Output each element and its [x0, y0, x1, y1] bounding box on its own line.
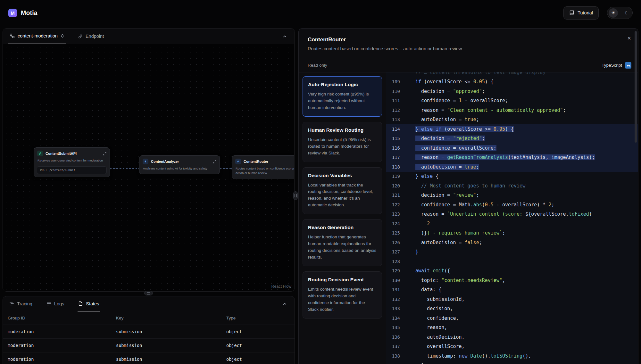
tab-logs[interactable]: Logs [46, 296, 64, 311]
code-line-110[interactable]: 110 decision = "approved"; [386, 87, 638, 96]
code-line-130[interactable]: 130 topic: "content.needsReview", [386, 276, 638, 285]
tab-states[interactable]: States [78, 296, 99, 311]
code-line-131[interactable]: 131 data: { [386, 285, 638, 295]
line-number: 129 [386, 268, 400, 273]
code-editor[interactable]: // … content thresholds to test image di… [386, 72, 638, 364]
line-number: 111 [386, 98, 400, 103]
expand-icon[interactable] [103, 152, 106, 155]
collapse-bottom-panel-button[interactable] [279, 299, 290, 309]
line-number: 139 [386, 363, 400, 364]
flow-node-ContentSubmitAPI[interactable]: ContentSubmitAPIReceives user-generated … [34, 147, 110, 177]
code-line-124[interactable]: 124 2 [386, 219, 638, 228]
theme-toggle[interactable]: ☀ ☾ [607, 7, 633, 19]
detail-panel: ContentRouter Routes content based on co… [298, 28, 638, 364]
code-line-128[interactable]: 128 [386, 257, 638, 266]
language-indicator: TypeScript TS [602, 62, 631, 69]
flow-selector[interactable]: content-moderation [8, 29, 66, 44]
http-method: POST [40, 169, 47, 172]
bottom-panel-tabs: TracingLogsStates [3, 296, 295, 311]
flow-node-ContentAnalyzer[interactable]: ContentAnalyzerAnalyzes content using AI… [139, 155, 220, 174]
section-title: Human Review Routing [308, 127, 377, 133]
code-line-123[interactable]: 123 reason = `Uncertain content (score: … [386, 210, 638, 219]
states-table-row[interactable]: moderationsubmissionobject [3, 325, 295, 339]
section-description: Uncertain content (5-95% risk) is routed… [308, 136, 377, 157]
code-line-125[interactable]: 125 )}) - requires human review`; [386, 228, 638, 238]
book-icon [569, 10, 574, 15]
tab-endpoint[interactable]: Endpoint [78, 34, 104, 39]
code-line-133[interactable]: 133 decision, [386, 304, 638, 314]
scrollbar-thumb[interactable] [635, 31, 637, 143]
vertical-resize-handle[interactable] [293, 191, 298, 200]
code-line-121[interactable]: 121 decision = "review"; [386, 191, 638, 200]
code-line-117[interactable]: 117 reason = getReasonFromAnalysis(textA… [386, 153, 638, 162]
section-card-routing-decision-event[interactable]: Routing Decision EventEmits content.need… [303, 271, 382, 318]
states-icon [78, 301, 83, 306]
line-number: 117 [386, 155, 400, 160]
states-table-body: moderationsubmissionobjectmoderationsubm… [3, 325, 295, 364]
states-table-header: Group IDKeyType [3, 311, 295, 325]
code-line-138[interactable]: 138 timestamp: new Date().toISOString(), [386, 351, 638, 361]
section-title: Reason Generation [308, 225, 377, 230]
horizontal-resize-handle[interactable] [144, 291, 153, 295]
light-theme-sun-icon[interactable]: ☀ [609, 8, 618, 18]
section-card-reason-generation[interactable]: Reason GenerationHelper function that ge… [303, 219, 382, 266]
section-title: Auto-Rejection Logic [308, 82, 377, 87]
event-node-icon [235, 159, 241, 164]
node-description: Analyzes content using AI for toxicity a… [139, 166, 220, 174]
code-line-135[interactable]: 135 reason, [386, 323, 638, 333]
code-sections-list: Auto-Rejection LogicVery high risk conte… [299, 72, 386, 364]
react-flow-attribution: React Flow [271, 284, 291, 289]
close-icon[interactable]: × [627, 35, 631, 41]
section-description: Emits content.needsReview event with rou… [308, 286, 377, 313]
code-line-129[interactable]: 129await emit({ [386, 266, 638, 276]
code-line-111[interactable]: 111 confidence = 1 - overallScore; [386, 96, 638, 106]
line-number: 113 [386, 117, 400, 122]
node-description: Receives user-generated content for mode… [34, 158, 110, 166]
code-line-134[interactable]: 134 confidence, [386, 313, 638, 323]
code-line-partial[interactable]: // … content thresholds to test image di… [386, 72, 638, 77]
topbar-actions: Tutorial ☀ ☾ [563, 6, 633, 20]
collapse-workflow-panel-button[interactable] [279, 31, 290, 41]
code-line-115[interactable]: 115 decision = "rejected"; [386, 134, 638, 144]
code-line-127[interactable]: 127} [386, 247, 638, 257]
line-number: 112 [386, 108, 400, 113]
code-line-112[interactable]: 112 reason = "Clean content - automatica… [386, 105, 638, 115]
expand-icon[interactable] [213, 160, 216, 163]
topbar: M Motia Tutorial ☀ ☾ [0, 0, 641, 26]
code-line-122[interactable]: 122 confidence = Math.abs(0.5 - overallS… [386, 200, 638, 210]
chevron-up-down-icon [61, 34, 64, 38]
line-number: 121 [386, 193, 400, 198]
section-card-decision-variables[interactable]: Decision VariablesLocal variables that t… [303, 167, 382, 214]
dark-theme-moon-icon[interactable]: ☾ [622, 8, 631, 18]
code-line-114[interactable]: 114} else if (overallScore >= 0.95) { [386, 124, 638, 134]
flow-canvas[interactable]: ContentSubmitAPIReceives user-generated … [3, 44, 294, 291]
node-title: ContentSubmitAPI [46, 152, 77, 155]
code-line-116[interactable]: 116 confidence = overallScore; [386, 143, 638, 153]
api-node-icon [37, 151, 43, 156]
code-line-120[interactable]: 120 // Most content goes to human review [386, 181, 638, 191]
code-line-109[interactable]: 109if (overallScore <= 0.05) { [386, 77, 638, 87]
states-table-row[interactable]: moderationsubmissionobject [3, 352, 295, 364]
code-line-126[interactable]: 126 autoDecision = false; [386, 238, 638, 247]
line-number: 126 [386, 240, 400, 245]
code-line-137[interactable]: 137 overallScore, [386, 342, 638, 352]
section-card-human-review-routing[interactable]: Human Review RoutingUncertain content (5… [303, 122, 382, 162]
tab-tracing[interactable]: Tracing [9, 296, 32, 311]
code-line-119[interactable]: 119} else { [386, 172, 638, 181]
states-table-row[interactable]: moderationsubmissionobject [3, 339, 295, 352]
line-number: 123 [386, 211, 400, 217]
line-number: 138 [386, 353, 400, 359]
line-number: 128 [386, 259, 400, 264]
code-line-136[interactable]: 136 autoDecision, [386, 332, 638, 342]
tutorial-button[interactable]: Tutorial [563, 6, 599, 20]
language-label: TypeScript [602, 63, 622, 68]
section-card-auto-rejection-logic[interactable]: Auto-Rejection LogicVery high risk conte… [303, 76, 382, 117]
code-line-118[interactable]: 118 autoDecision = true; [386, 162, 638, 172]
flow-node-ContentRouter[interactable]: ContentRouterRoutes content based on con… [232, 155, 294, 179]
code-line-139[interactable]: 139 }, [386, 361, 638, 364]
code-line-113[interactable]: 113 autoDecision = true; [386, 115, 638, 125]
line-number: 134 [386, 316, 400, 321]
code-line-132[interactable]: 132 submissionId, [386, 294, 638, 304]
section-description: Very high risk content (≥95%) is automat… [308, 91, 377, 111]
flow-selector-label: content-moderation [18, 33, 58, 38]
